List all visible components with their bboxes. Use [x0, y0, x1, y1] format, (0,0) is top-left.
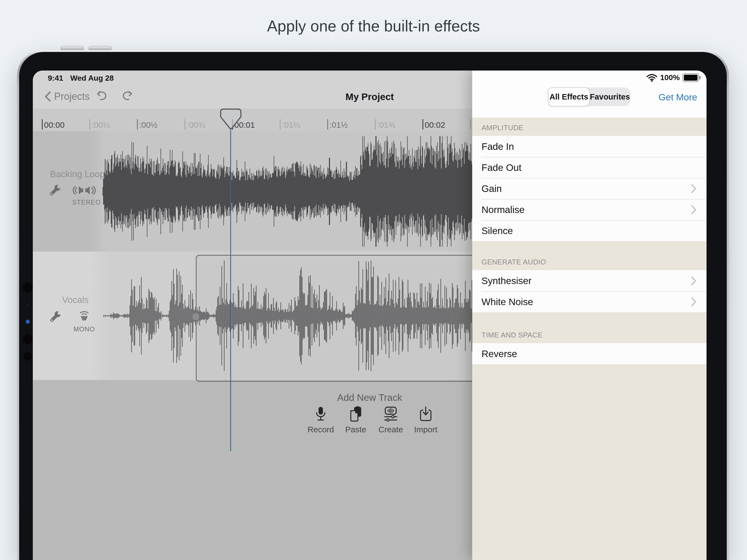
effect-label: Reverse	[482, 348, 517, 359]
tick-mark	[470, 119, 471, 130]
ruler-tick-00-02: 00:02	[422, 119, 445, 130]
add-track-buttons: RecordPasteCreateImport	[303, 406, 443, 434]
back-label: Projects	[54, 91, 90, 102]
chevron-right-icon	[691, 297, 697, 307]
import-icon	[419, 406, 433, 423]
effect-row-fade-in[interactable]: Fade In	[472, 136, 706, 157]
bezel-sensor-dot	[24, 352, 32, 361]
ruler-tick-00-00: 00:00	[42, 119, 65, 130]
tick-mark	[422, 119, 423, 130]
chevron-right-icon	[691, 184, 697, 194]
add-button-label: Import	[414, 425, 437, 434]
tick-mark	[42, 119, 43, 130]
paste-button[interactable]: Paste	[338, 406, 373, 434]
tick-label: :01¼	[282, 121, 300, 130]
tick-mark	[137, 119, 138, 130]
tick-label: :00½	[139, 121, 157, 130]
marketing-page: Apply one of the built-in effects 9:41We…	[0, 0, 747, 560]
section-header-label: TIME AND SPACE	[482, 331, 542, 339]
effects-list[interactable]: AMPLITUDEFade InFade OutGainNormaliseSil…	[472, 118, 706, 364]
tick-mark	[280, 119, 281, 130]
chevron-right-icon	[691, 205, 697, 215]
track-header	[33, 252, 109, 380]
effect-row-normalise[interactable]: Normalise	[472, 199, 706, 220]
tab-favourites[interactable]: Favourites	[590, 87, 630, 106]
effect-label: Gain	[482, 183, 502, 194]
get-more-link[interactable]: Get More	[659, 92, 697, 103]
tick-mark	[89, 119, 90, 130]
record-button[interactable]: Record	[303, 406, 338, 434]
effect-row-reverse[interactable]: Reverse	[472, 343, 706, 364]
section-header-time-and-space: TIME AND SPACE	[472, 312, 706, 343]
ruler-tick-01: :01¾	[375, 119, 395, 130]
tick-label: 00:02	[424, 121, 445, 130]
effect-row-fade-out[interactable]: Fade Out	[472, 157, 706, 178]
create-button[interactable]: Create	[373, 406, 408, 434]
chevron-right-icon	[691, 276, 697, 286]
effect-row-gain[interactable]: Gain	[472, 178, 706, 199]
effects-panel-header: 100% All EffectsFavourites Get More	[472, 71, 706, 118]
row-separator	[482, 291, 706, 292]
section-header-label: GENERATE AUDIO	[482, 258, 546, 266]
bezel-mic-dot	[27, 304, 28, 305]
redo-icon[interactable]	[121, 90, 134, 102]
wrench-icon[interactable]	[49, 184, 61, 198]
section-header-label: AMPLITUDE	[482, 124, 523, 132]
effect-label: Fade Out	[482, 162, 521, 173]
row-separator	[482, 199, 706, 200]
paste-icon	[349, 406, 363, 423]
tab-all-effects[interactable]: All Effects	[548, 87, 590, 106]
pencil-charge-indicator	[26, 320, 29, 324]
selection-left-handle[interactable]	[192, 313, 199, 320]
tick-mark	[327, 119, 328, 130]
tick-label: :01½	[330, 121, 348, 130]
microphone-icon	[314, 406, 327, 423]
wrench-icon[interactable]	[49, 310, 61, 324]
section-header-generate-audio: GENERATE AUDIO	[472, 241, 706, 270]
effect-row-synthesiser[interactable]: Synthesiser	[472, 270, 706, 291]
section-header-amplitude: AMPLITUDE	[472, 118, 706, 136]
tick-label: :00¾	[187, 121, 205, 130]
playhead-marker[interactable]	[220, 108, 242, 130]
track-name: Backing Loop	[50, 169, 105, 179]
battery-icon	[682, 73, 699, 82]
add-button-label: Record	[308, 425, 334, 434]
chevron-left-icon	[44, 91, 51, 102]
effect-label: Fade In	[482, 141, 514, 152]
track-mode-label: MONO	[72, 325, 97, 333]
ruler-tick-01: :01½	[327, 119, 348, 130]
tick-mark	[185, 119, 185, 130]
status-time: 9:41	[48, 74, 63, 82]
effect-label: Synthesiser	[482, 275, 532, 286]
effect-row-white-noise[interactable]: White Noise	[472, 291, 706, 312]
status-bar-left: 9:41Wed Aug 28	[48, 74, 114, 82]
track-mode-label: STEREO	[72, 199, 97, 206]
mono-speaker-icon[interactable]	[78, 310, 90, 322]
status-date: Wed Aug 28	[70, 74, 114, 82]
tick-mark	[375, 119, 376, 130]
row-separator	[482, 178, 706, 179]
stereo-speakers-icon[interactable]	[73, 185, 96, 196]
back-to-projects-button[interactable]: Projects	[44, 91, 90, 102]
effect-row-silence[interactable]: Silence	[472, 220, 706, 241]
audio-selection-box[interactable]	[196, 255, 481, 382]
import-button[interactable]: Import	[408, 406, 443, 434]
page-title: Apply one of the built-in effects	[0, 17, 747, 35]
battery-percent: 100%	[660, 73, 680, 82]
bezel-camera-dot	[23, 282, 33, 292]
effect-label: Normalise	[482, 204, 525, 215]
track-name: Vocals	[62, 295, 88, 305]
ruler-tick-00: :00¼	[89, 119, 110, 130]
effects-tabs: All EffectsFavourites	[548, 87, 630, 106]
bezel-sensor-dot	[23, 334, 33, 344]
tick-label: 00:00	[44, 121, 65, 130]
backing-loop-waveform[interactable]	[103, 131, 472, 252]
undo-icon[interactable]	[95, 90, 108, 102]
effect-label: White Noise	[482, 297, 533, 307]
add-button-label: Paste	[345, 425, 366, 434]
create-track-icon	[383, 406, 398, 423]
tick-label: :01¾	[377, 121, 395, 130]
row-separator	[482, 220, 706, 221]
ruler-tick-00: :00¾	[185, 119, 205, 130]
effects-panel: 100% All EffectsFavourites Get More AMPL…	[472, 71, 706, 560]
